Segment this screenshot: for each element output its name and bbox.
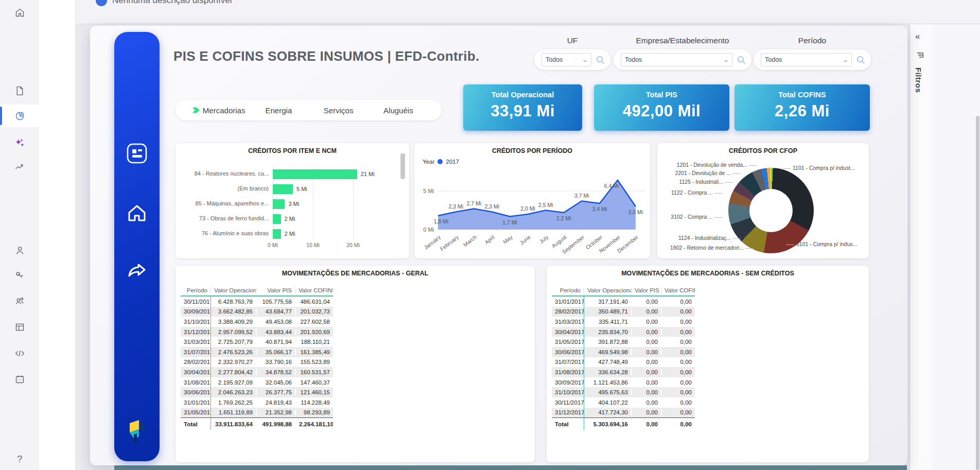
table-row[interactable]: 31/12/20172.957.099,5243.883,44201.920,6… (181, 327, 333, 337)
sidebar-item-ai[interactable] (0, 131, 39, 154)
sidebar-item-layout[interactable] (0, 316, 39, 338)
table-row[interactable]: 31/01/20171.769.262,2524.819,43114.228,4… (181, 397, 333, 408)
sidebar-item-calendar[interactable] (0, 368, 39, 390)
bar-row[interactable]: 84 - Reatores nucleares, ca...21 Mi (176, 166, 397, 182)
table-cell: 1.651.119,89 (211, 409, 256, 415)
table-movimentacoes-sem-creditos[interactable]: MOVIMENTAÇÕES DE MERCADORIAS - SEM CRÉDI… (547, 266, 869, 462)
table-row[interactable]: 30/06/2017469.549,980,000,00 (552, 347, 695, 357)
table-row[interactable]: 30/06/20172.046.263,2326.377,75121.460,1… (181, 387, 333, 397)
sidebar-item-reports[interactable] (0, 105, 39, 127)
table-header-row[interactable]: PeríodoValor OperacionalValor PISValor C… (552, 280, 695, 297)
table-row[interactable]: 31/12/2017417.724,300,000,00 (552, 408, 695, 418)
page-scrollbar[interactable] (976, 116, 979, 470)
bar[interactable] (273, 199, 285, 209)
point-label: 3,4 Mi (592, 206, 607, 212)
nav-apps-button[interactable] (114, 142, 160, 165)
column-header[interactable]: Valor COFINS (295, 287, 333, 293)
table-cell: 495.675,63 (584, 389, 631, 395)
table-row[interactable]: 31/01/2017317.191,400,000,00 (552, 297, 695, 307)
collapse-panel-button[interactable]: « (915, 31, 920, 42)
table-cell: 2.195.927,09 (211, 379, 256, 386)
table-row[interactable]: 31/03/2017335.411,710,000,00 (552, 317, 695, 327)
column-header[interactable]: Valor PIS (256, 287, 295, 293)
search-icon[interactable] (596, 55, 605, 65)
table-row[interactable]: 30/11/2017404.107,220,000,00 (552, 397, 695, 408)
filter-dropdown-uf[interactable]: Todos ⌄ (534, 49, 610, 70)
table-row[interactable]: 31/07/20172.476.523,2635.066,17161.385,4… (181, 347, 333, 357)
table-row[interactable]: 31/10/2017495.675,630,000,00 (552, 387, 695, 397)
filter-dropdown-empresa[interactable]: Todos ⌄ (614, 49, 751, 70)
table-row[interactable]: 28/02/20172.332.970,2733.790,16155.523,8… (181, 357, 333, 368)
table-row[interactable]: 31/08/2017336.634,280,000,00 (552, 367, 695, 377)
table-cell: 33.911.833,64 (211, 421, 256, 427)
tab-servicos[interactable]: Serviços (309, 106, 369, 115)
x-axis-label: June (518, 234, 531, 246)
bar-row[interactable]: 85 - Máquinas, aparelhos e...3 Mi (176, 196, 397, 212)
apps-icon (126, 142, 148, 165)
sidebar-item-access[interactable] (0, 264, 39, 286)
sidebar-item-help[interactable]: ? (0, 448, 39, 470)
nav-share-button[interactable] (114, 258, 160, 282)
chart-creditos-por-item-ncm[interactable]: CRÉDITOS POR ITEM E NCM 0 Mi10 Mi20 Mi84… (176, 143, 409, 258)
table-cell: 31/12/2017 (552, 409, 584, 415)
bar[interactable] (273, 229, 281, 239)
filters-panel-title[interactable]: Filtros (914, 67, 923, 93)
table-row[interactable]: 31/05/20171.651.119,8921.352,9898.293,89 (181, 408, 333, 418)
table-row[interactable]: 31/05/2017391.872,880,000,00 (552, 337, 695, 347)
table-row[interactable]: 30/04/20172.277.804,4234.878,52160.531,5… (181, 367, 333, 377)
table-row[interactable]: 31/03/20172.725.207,7940.871,94188.110,2… (181, 337, 333, 347)
sidebar-item-home[interactable] (0, 1, 39, 24)
table-cell: 34.878,52 (256, 369, 295, 375)
chart-creditos-por-periodo[interactable]: CRÉDITOS POR PERÍODO Year 2017 5 Mi0 Mi1… (414, 143, 650, 258)
sidebar-item-users[interactable] (0, 289, 39, 312)
table-row[interactable]: 31/07/2017427.748,490,000,00 (552, 357, 695, 368)
column-header[interactable]: Período (552, 287, 584, 293)
table-row[interactable]: 31/10/20173.388.409,2949.453,08227.602,5… (181, 317, 333, 327)
column-header[interactable]: Valor Operacional (584, 287, 631, 293)
table-row[interactable]: Total33.911.833,64491.998,882.264.181,10 (181, 417, 333, 430)
bar-row[interactable]: 76 - Alumínio e suas obras2 Mi (176, 226, 397, 241)
table-row[interactable]: Total5.303.694,160,000,00 (552, 417, 695, 430)
chart-scrollbar[interactable] (400, 153, 405, 179)
bar-row[interactable]: 73 - Obras de ferro fundid...2 Mi (176, 211, 397, 227)
tab-alugueis[interactable]: Aluguéis (369, 106, 428, 115)
kpi-value: 492,00 Mil (594, 102, 729, 120)
table-row[interactable]: 30/09/20171.121.453,860,000,00 (552, 377, 695, 388)
tab-energia[interactable]: Energia (249, 106, 308, 115)
periodo-select[interactable]: Todos ⌄ (761, 53, 852, 66)
empresa-select[interactable]: Todos ⌄ (621, 53, 732, 66)
bar-row[interactable]: (Em branco)5 Mi (176, 181, 397, 197)
callout-leader-line (732, 173, 741, 174)
bar[interactable] (273, 169, 357, 179)
table-cell: 30/11/2017 (552, 399, 584, 406)
sidebar-item-documents[interactable] (0, 79, 39, 102)
sidebar-item-profile[interactable] (0, 239, 39, 262)
column-header[interactable]: Valor Operacional▼ (211, 287, 256, 293)
column-header[interactable]: Valor COFINS (661, 287, 695, 293)
sidebar-item-code[interactable] (0, 342, 39, 364)
kpi-total-cofins[interactable]: Total COFINS 2,26 Mi (734, 84, 870, 131)
tab-mercadorias[interactable]: Mercadorias (189, 106, 249, 115)
table-header-row[interactable]: PeríodoValor Operacional▼Valor PISValor … (181, 280, 333, 297)
table-row[interactable]: 30/11/20176.428.763,78105.775,58486.631,… (181, 297, 333, 307)
uf-select[interactable]: Todos ⌄ (541, 53, 591, 66)
table-movimentacoes-geral[interactable]: MOVIMENTAÇÕES DE MERCADORIAS - GERAL Per… (176, 266, 535, 462)
search-icon[interactable] (856, 55, 866, 65)
bar[interactable] (273, 214, 281, 224)
sidebar-item-trends[interactable] (0, 156, 39, 179)
table-row[interactable]: 30/04/2017235.834,700,000,00 (552, 327, 695, 337)
kpi-value: 2,26 Mi (734, 102, 870, 120)
column-header[interactable]: Período (181, 287, 211, 293)
table-row[interactable]: 31/08/20172.195.927,0932.045,06147.460,3… (181, 377, 333, 388)
chart-creditos-por-cfop[interactable]: CRÉDITOS POR CFOP 1201 - Devolução de ve… (657, 143, 869, 258)
search-icon[interactable] (737, 55, 746, 65)
kpi-total-pis[interactable]: Total PIS 492,00 Mil (594, 84, 729, 131)
kpi-total-operacional[interactable]: Total Operacional 33,91 Mi (463, 84, 582, 131)
table-row[interactable]: 28/02/2017350.489,710,000,00 (552, 307, 695, 317)
column-header[interactable]: Valor PIS (631, 287, 661, 293)
filter-dropdown-periodo[interactable]: Todos ⌄ (754, 49, 871, 70)
table-row[interactable]: 30/09/20173.662.482,8543.684,77201.032,7… (181, 307, 333, 317)
area-chart-svg[interactable]: 5 Mi0 Mi1,8 Mi2,3 Mi2,7 Mi2,3 Mi1,7 Mi2,… (414, 155, 650, 258)
bar[interactable] (273, 184, 293, 194)
nav-home-button[interactable] (114, 202, 160, 225)
